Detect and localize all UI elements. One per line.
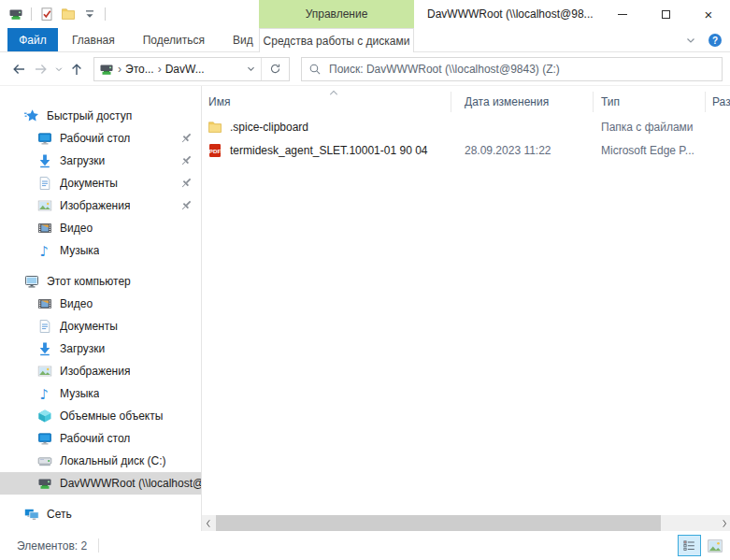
sidebar-item-desktop[interactable]: Рабочий стол — [0, 127, 201, 150]
sidebar-item-label: Видео — [60, 297, 93, 310]
column-header-label: Разм — [712, 95, 730, 108]
3d-objects-icon — [37, 409, 52, 424]
chevron-right-icon — [721, 519, 728, 528]
thumbnails-view-button[interactable] — [703, 535, 726, 556]
up-arrow-icon — [69, 62, 84, 77]
sidebar-item-this-pc[interactable]: Этот компьютер — [0, 270, 201, 293]
details-view-icon — [682, 538, 696, 553]
file-row[interactable]: .spice-clipboardПапка с файлами — [202, 115, 730, 138]
contextual-tab-header[interactable]: Управление — [259, 0, 414, 28]
video-icon — [37, 296, 52, 311]
this-pc-icon — [24, 274, 39, 289]
search-input[interactable] — [327, 62, 715, 77]
sidebar-item-label: Документы — [60, 177, 118, 190]
local-disk-icon — [37, 453, 52, 468]
scroll-left-button[interactable] — [202, 515, 214, 531]
file-row[interactable]: PDFtermidesk_agent_SLET.10001-01 90 0428… — [202, 138, 730, 162]
horizontal-scrollbar-thumb[interactable] — [216, 515, 661, 531]
minimize-button[interactable] — [601, 0, 644, 28]
details-view-button[interactable] — [678, 535, 701, 556]
sidebar-item-quick-access[interactable]: Быстрый доступ — [0, 105, 201, 127]
pdf-icon: PDF — [208, 143, 222, 158]
title-bar: Управление DavWWWRoot (\\localhost@98...… — [0, 0, 730, 28]
documents-icon — [37, 319, 52, 334]
qat-app-button[interactable] — [7, 6, 24, 22]
file-name-cell: PDFtermidesk_agent_SLET.10001-01 90 04 — [202, 143, 451, 158]
pin-icon — [179, 131, 193, 146]
svg-text:?: ? — [712, 36, 718, 46]
maximize-button[interactable] — [644, 0, 687, 28]
scroll-right-button[interactable] — [718, 515, 730, 531]
tab-drive-tools[interactable]: Средства работы с дисками — [259, 28, 414, 52]
network-drive-icon — [99, 62, 114, 77]
thumbnails-view-icon — [708, 539, 723, 553]
column-header-date[interactable]: Дата изменения — [451, 92, 594, 112]
breadcrumb-segment[interactable]: Это... — [125, 63, 154, 76]
svg-text:PDF: PDF — [209, 148, 222, 154]
horizontal-scrollbar[interactable] — [202, 515, 730, 531]
search-box[interactable] — [301, 57, 723, 81]
toolbar-dropdown-icon — [82, 7, 97, 22]
music-icon: ♪ — [37, 243, 52, 258]
video-icon — [37, 221, 52, 236]
sidebar-item-3d-objects[interactable]: Объемные объекты — [0, 405, 201, 427]
recent-locations-button[interactable] — [52, 58, 65, 80]
address-dropdown-button[interactable] — [240, 58, 261, 80]
help-icon[interactable]: ? — [708, 33, 723, 48]
refresh-icon — [269, 63, 281, 75]
forward-button[interactable] — [30, 58, 52, 80]
address-bar[interactable]: ›Это...›DavW... — [93, 57, 290, 81]
search-icon — [308, 63, 322, 76]
tab-0[interactable]: Главная — [58, 28, 129, 51]
sidebar-item-downloads[interactable]: Загрузки — [0, 150, 201, 172]
column-header-name[interactable]: Имя — [202, 92, 451, 112]
sidebar-item-label: Документы — [60, 320, 118, 333]
expand-ribbon-chevron-icon[interactable] — [683, 33, 698, 48]
chevron-left-icon — [205, 519, 212, 528]
sidebar-item-label: Видео — [60, 222, 93, 235]
sidebar-item-desktop[interactable]: Рабочий стол — [0, 427, 201, 450]
up-button[interactable] — [65, 58, 88, 80]
sidebar-item-music[interactable]: ♪Музыка — [0, 239, 201, 262]
file-name: .spice-clipboard — [230, 121, 308, 134]
sidebar-item-music[interactable]: ♪Музыка — [0, 382, 201, 405]
chevron-down-icon — [246, 64, 256, 74]
pin-icon — [179, 153, 193, 168]
back-button[interactable] — [7, 58, 30, 80]
refresh-button[interactable] — [261, 58, 289, 80]
maximize-icon — [662, 10, 670, 19]
tab-file[interactable]: Файл — [7, 28, 58, 51]
sidebar-item-label: Изображения — [60, 365, 130, 378]
qat-new-folder-button[interactable] — [60, 6, 77, 22]
close-button[interactable]: × — [687, 0, 730, 28]
pin-icon — [179, 198, 193, 213]
sidebar-item-documents[interactable]: Документы — [0, 172, 201, 194]
downloads-icon — [37, 341, 52, 356]
status-separator — [98, 538, 99, 553]
sidebar-item-label: Музыка — [60, 387, 99, 400]
file-date-cell: 28.09.2023 11:22 — [451, 144, 594, 157]
sidebar-item-local-disk-c[interactable]: Локальный диск (C:) — [0, 450, 201, 472]
sidebar-item-pictures[interactable]: Изображения — [0, 194, 201, 217]
column-header-type[interactable]: Тип — [594, 92, 706, 112]
sidebar-item-video[interactable]: Видео — [0, 293, 201, 315]
sidebar-section-quick-access: Быстрый доступРабочий столЗагрузкиДокуме… — [0, 105, 201, 262]
sidebar-item-pictures[interactable]: Изображения — [0, 360, 201, 382]
sidebar-item-network[interactable]: Сеть — [0, 503, 201, 525]
breadcrumb: ›Это...›DavW... — [94, 62, 240, 77]
sidebar-item-video[interactable]: Видео — [0, 217, 201, 239]
music-icon: ♪ — [37, 386, 52, 401]
breadcrumb-segment[interactable]: DavW... — [165, 63, 205, 76]
window-controls: × — [601, 0, 730, 28]
column-header-size[interactable]: Разм — [706, 92, 730, 112]
items-count: Элементов: 2 — [17, 539, 87, 553]
qat-customize-button[interactable] — [81, 6, 98, 22]
ribbon-tab-row: Файл ГлавнаяПоделитьсяВид Средства работ… — [0, 28, 730, 52]
horizontal-scrollbar-track[interactable] — [214, 515, 718, 531]
sidebar-item-davwwwroot[interactable]: DavWWWRoot (\\localhost@9 — [0, 472, 201, 495]
qat-properties-button[interactable] — [38, 6, 55, 22]
sidebar-item-downloads[interactable]: Загрузки — [0, 337, 201, 360]
sidebar-item-documents[interactable]: Документы — [0, 315, 201, 337]
navigation-bar: ›Это...›DavW... — [0, 52, 730, 86]
tab-1[interactable]: Поделиться — [129, 28, 219, 51]
